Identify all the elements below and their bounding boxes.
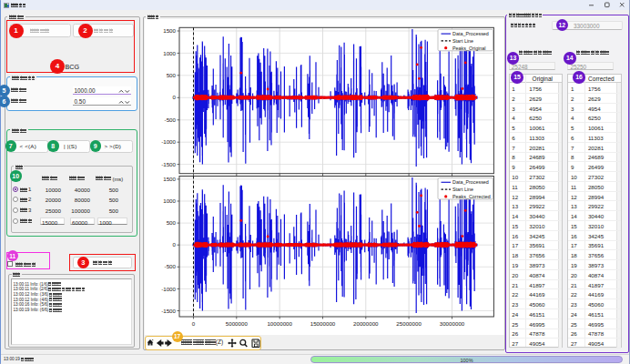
- svg-text:0: 0: [192, 320, 196, 327]
- svg-text:Peaks_Corrected: Peaks_Corrected: [452, 194, 491, 199]
- svg-text:-1000: -1000: [161, 286, 176, 292]
- svg-text:1500: 1500: [163, 27, 176, 34]
- svg-text:5000000: 5000000: [226, 320, 249, 327]
- svg-text:20000000: 20000000: [353, 320, 379, 327]
- svg-text:-500: -500: [165, 116, 177, 123]
- svg-text:Data_Processed: Data_Processed: [452, 179, 489, 185]
- svg-text:30000000: 30000000: [440, 320, 465, 327]
- svg-text:Peaks_Original: Peaks_Original: [452, 46, 486, 51]
- svg-text:500: 500: [167, 72, 177, 78]
- svg-text:Data_Processed: Data_Processed: [452, 31, 489, 36]
- svg-text:-1500: -1500: [161, 161, 176, 167]
- svg-text:25000000: 25000000: [396, 320, 422, 327]
- svg-text:-500: -500: [165, 263, 177, 269]
- svg-text:1500: 1500: [163, 176, 176, 182]
- svg-text:-1000: -1000: [161, 138, 176, 145]
- svg-text:0: 0: [173, 241, 177, 248]
- svg-text:1000: 1000: [163, 197, 176, 204]
- svg-text:-1500: -1500: [161, 308, 176, 314]
- svg-text:1000: 1000: [163, 50, 176, 56]
- svg-text:15000000: 15000000: [310, 320, 336, 327]
- svg-text:Start Line: Start Line: [452, 187, 473, 192]
- svg-text:500: 500: [167, 219, 177, 226]
- svg-text:10000000: 10000000: [267, 320, 292, 327]
- svg-text:0: 0: [173, 94, 177, 100]
- svg-text:Start Line: Start Line: [452, 38, 473, 44]
